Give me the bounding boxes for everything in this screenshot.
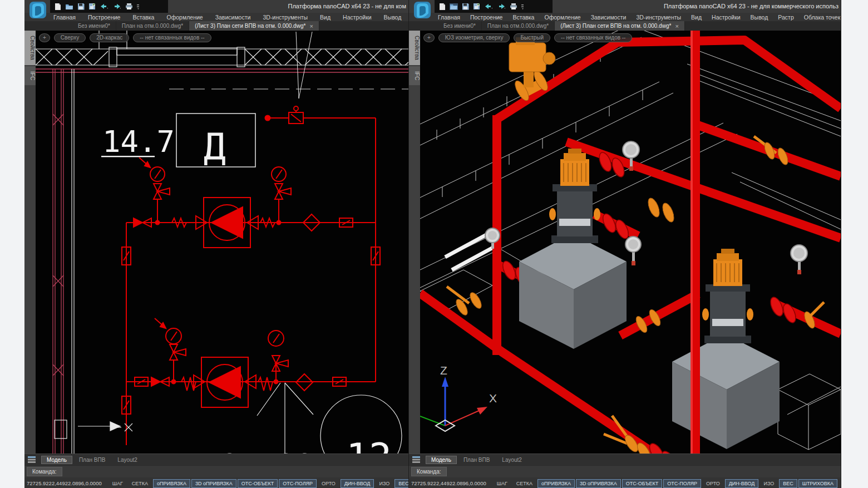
menu-item[interactable]: Облака точек [804,14,840,21]
title-bar[interactable]: Платформа nanoCAD x64 23 - не для ком [24,0,408,13]
save-icon[interactable] [462,3,469,10]
visual-style-pill[interactable]: Быстрый [514,33,550,42]
command-prompt[interactable]: Команда: [411,467,447,476]
command-line[interactable]: Команда: [24,465,408,477]
status-toggle[interactable]: ДИН-ВВОД [725,479,759,488]
menu-item[interactable]: Вставка [512,14,534,21]
status-toggle[interactable]: ВЕС [394,479,408,488]
tab-close-icon[interactable]: × [309,23,313,29]
panel-tab[interactable]: Свойства [409,31,420,65]
redo-forward-icon[interactable] [112,3,121,9]
model-3d-view[interactable]: Z X [420,31,841,454]
plan-2d-drawing[interactable]: 14.7 Д 12 -0.500 [36,31,408,454]
menu-item[interactable]: Построение [470,14,502,21]
status-toggle[interactable]: ОТС-ОБЪЕКТ [622,479,662,488]
status-toggle[interactable]: ВЕС [779,479,797,488]
open-folder-icon[interactable] [450,3,458,10]
save-all-icon[interactable] [473,3,480,10]
document-tab[interactable]: (Лист 3) План сети ВПВ на отм. 0.000.dwg… [189,21,319,31]
layout-tab[interactable]: Модель [41,456,72,464]
layout-tab[interactable]: План ВПВ [73,456,111,464]
drawing-area-3d[interactable]: + ЮЗ изометрия, сверху Быстрый -- нет св… [420,31,841,454]
document-tab[interactable]: (Лист 3) План сети ВПВ на отм. 0.000.dwg… [555,21,685,31]
status-toggle[interactable]: СЕТКА [512,479,536,488]
elevation-text: 14.7 [102,124,175,159]
tab-close-icon[interactable]: × [675,23,678,29]
undo-back-icon[interactable] [100,3,108,9]
menu-item[interactable]: Оформление [544,14,580,21]
layout-tab[interactable]: Модель [426,456,457,464]
open-folder-icon[interactable] [65,3,73,10]
document-tab[interactable]: Без имени0* × [72,21,116,31]
status-toggle[interactable]: оПРИВЯЗКА [153,479,190,488]
document-tab[interactable]: План на отм.0.000.dwg* × [482,21,555,31]
document-tab-label: (Лист 3) План сети ВПВ на отм. 0.000.dwg… [195,23,305,29]
status-toggle[interactable]: 3D оПРИВЯЗКА [576,479,621,488]
toolbar-overflow-icon[interactable] [137,4,140,9]
print-icon[interactable] [510,3,517,10]
document-tab-label: (Лист 3) План сети ВПВ на отм. 0.000.dwg… [560,23,671,29]
menu-item[interactable]: 3D-инструменты [263,14,308,21]
status-toggle[interactable]: 3D оПРИВЯЗКА [191,479,236,488]
menu-item[interactable]: Оформление [166,14,203,21]
view-direction-pill[interactable]: Сверху [54,33,86,42]
new-file-icon[interactable] [55,3,61,11]
print-icon[interactable] [125,3,133,10]
linked-views-pill[interactable]: -- нет связанных видов -- [554,33,632,42]
pump-unit-2 [672,249,780,449]
status-toggle[interactable]: ШАГ [493,479,511,488]
menu-item[interactable]: Вывод [751,14,768,21]
panel-tab[interactable]: IFC [24,66,36,85]
menu-item[interactable]: Вставка [132,14,154,21]
status-toggle[interactable]: ОРТО [318,479,339,488]
menu-item[interactable]: Настройки [343,14,372,21]
menu-item[interactable]: Зависимости [591,14,627,21]
menu-item[interactable]: Вид [320,14,331,21]
menu-item[interactable]: Вид [691,14,702,21]
title-bar[interactable]: Платформа nanoCAD x64 23 - не для коммер… [409,0,841,13]
status-toggle[interactable]: СЕТКА [128,479,152,488]
menu-item[interactable]: Вывод [384,14,402,21]
layout-tab[interactable]: Layout2 [112,456,143,464]
menu-item[interactable]: Растр [778,14,793,21]
menu-item[interactable]: Настройки [712,14,741,21]
panel-tab[interactable]: Свойства [24,31,36,65]
status-toggle[interactable]: ИЗО [375,479,393,488]
layout-tab[interactable]: План ВПВ [458,456,495,464]
linked-views-pill[interactable]: -- нет связанных видов -- [133,33,211,42]
document-tab[interactable]: Без имени0* × [438,21,482,31]
new-file-icon[interactable] [439,3,446,11]
toolbar-overflow-icon[interactable] [521,4,525,9]
panel-tab[interactable]: IFC [409,66,420,85]
redo-forward-icon[interactable] [497,3,506,9]
save-all-icon[interactable] [88,3,96,10]
nanocad-window-2d: Платформа nanoCAD x64 23 - не для ком Гл… [24,0,409,488]
visual-style-pill[interactable]: 2D-каркас [90,33,129,42]
viewport-plus-button[interactable]: + [423,33,435,42]
command-prompt[interactable]: Команда: [27,467,62,476]
undo-back-icon[interactable] [484,3,493,9]
view-direction-pill[interactable]: ЮЗ изометрия, сверху [438,33,510,42]
viewport-plus-button[interactable]: + [39,33,50,42]
status-toggle[interactable]: ОРТО [702,479,724,488]
status-toggle[interactable]: ШАГ [108,479,127,488]
status-toggle[interactable]: ДИН-ВВОД [341,479,374,488]
save-icon[interactable] [77,3,85,10]
status-toggle[interactable]: ШТРИХОВКА [798,479,837,488]
layout-tab[interactable]: Layout2 [496,456,527,464]
document-tab[interactable]: План на отм.0.000.dwg* × [116,21,189,31]
status-toggle[interactable]: ИЗО [760,479,778,488]
status-toggle[interactable]: ОТС-ПОЛЯР [279,479,317,488]
menu-item[interactable]: Главная [53,14,76,21]
status-toggle[interactable]: ОТС-ОБЪЕКТ [238,479,278,488]
status-toggle[interactable]: ОТС-ПОЛЯР [663,479,701,488]
layout-list-icon[interactable] [412,456,420,463]
menu-item[interactable]: Зависимости [215,14,251,21]
menu-item[interactable]: Построение [88,14,120,21]
drawing-area-2d[interactable]: + Сверху 2D-каркас -- нет связанных видо… [36,31,408,454]
command-line[interactable]: Команда: [409,465,841,477]
menu-item[interactable]: 3D-инструменты [636,14,681,21]
menu-item[interactable]: Главная [438,14,460,21]
status-toggle[interactable]: оПРИВЯЗКА [537,479,575,488]
layout-list-icon[interactable] [28,456,36,463]
